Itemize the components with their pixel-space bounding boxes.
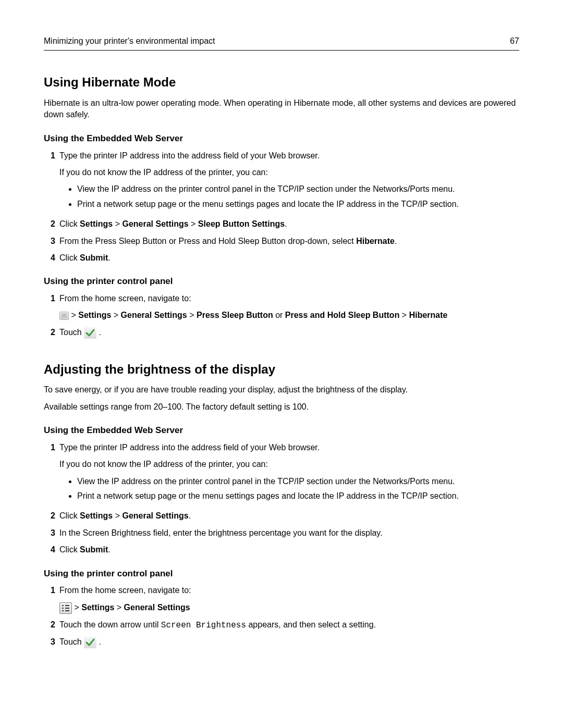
panel2-steps: 1 From the home screen, navigate to: > S… (44, 585, 519, 648)
step-text: From the home screen, navigate to: (59, 293, 519, 304)
step-number: 1 (44, 293, 59, 322)
step-number: 3 (44, 527, 59, 539)
ews1-steps: 1 Type the printer IP address into the a… (44, 150, 519, 264)
page-header: Minimizing your printer's environmental … (44, 35, 519, 51)
step-number: 2 (44, 619, 59, 631)
step-text: Touch . (59, 327, 519, 339)
bullet-item: Print a network setup page or the menu s… (77, 490, 519, 502)
step-text: Click Submit. (59, 252, 519, 264)
step-text: Type the printer IP address into the add… (59, 442, 519, 453)
step-number: 2 (44, 510, 59, 522)
step-subtext: If you do not know the IP address of the… (59, 459, 519, 470)
step-text: Type the printer IP address into the add… (59, 150, 519, 162)
panel1-steps: 1 From the home screen, navigate to: > S… (44, 293, 519, 339)
sub-ews-1: Using the Embedded Web Server (44, 132, 519, 145)
sub-panel-1: Using the printer control panel (44, 275, 519, 288)
bullet-item: View the IP address on the printer contr… (77, 476, 519, 487)
section-title-hibernate: Using Hibernate Mode (44, 73, 519, 91)
step-text: Click Settings > General Settings. (59, 510, 519, 522)
page-number: 67 (510, 35, 519, 47)
bullet-item: Print a network setup page or the menu s… (77, 199, 519, 210)
nav-path: > Settings > General Settings > Press Sl… (59, 310, 519, 321)
step-text: From the home screen, navigate to: (59, 585, 519, 596)
step-subtext: If you do not know the IP address of the… (59, 167, 519, 178)
sub-panel-2: Using the printer control panel (44, 567, 519, 580)
menu-icon (59, 312, 69, 320)
step-number: 2 (44, 327, 59, 339)
hibernate-intro: Hibernate is an ultra-low power operatin… (44, 97, 519, 121)
bullet-item: View the IP address on the printer contr… (77, 183, 519, 195)
menu-icon (59, 602, 72, 614)
step-text: Touch . (59, 636, 519, 648)
step-text: From the Press Sleep Button or Press and… (59, 236, 519, 247)
ews2-steps: 1 Type the printer IP address into the a… (44, 442, 519, 556)
sub-ews-2: Using the Embedded Web Server (44, 424, 519, 437)
step-number: 1 (44, 585, 59, 613)
brightness-p2: Available settings range from 20–100. Th… (44, 401, 519, 413)
checkmark-icon (84, 327, 96, 339)
nav-path: > Settings > General Settings (59, 602, 519, 614)
step-number: 4 (44, 252, 59, 264)
step-text: Touch the down arrow until Screen Bright… (59, 619, 519, 631)
step-text: Click Submit. (59, 544, 519, 556)
step-number: 1 (44, 150, 59, 214)
header-title: Minimizing your printer's environmental … (44, 35, 215, 47)
step-number: 4 (44, 544, 59, 556)
brightness-p1: To save energy, or if you are have troub… (44, 384, 519, 396)
checkmark-icon (84, 637, 96, 648)
step-text: In the Screen Brightness field, enter th… (59, 527, 519, 539)
step-text: Click Settings > General Settings > Slee… (59, 218, 519, 230)
step-number: 3 (44, 636, 59, 648)
step-number: 2 (44, 218, 59, 230)
step-number: 3 (44, 236, 59, 247)
section-title-brightness: Adjusting the brightness of the display (44, 361, 519, 378)
step-number: 1 (44, 442, 59, 505)
